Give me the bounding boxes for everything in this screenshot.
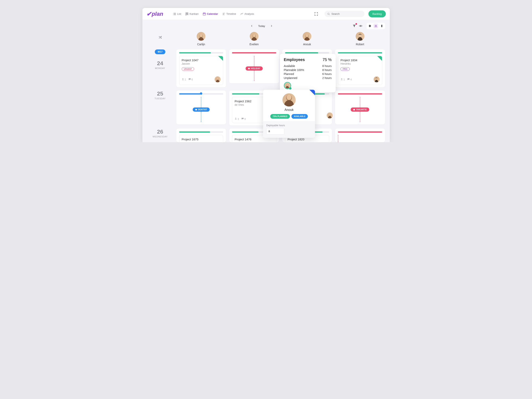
view-segment xyxy=(367,23,385,29)
svg-rect-30 xyxy=(354,109,355,109)
avatar xyxy=(282,93,296,106)
svg-rect-28 xyxy=(196,109,196,109)
seg-puzzle-icon[interactable] xyxy=(367,24,372,28)
popover-percent: 75 % xyxy=(323,57,332,62)
tab-list[interactable]: List xyxy=(173,12,181,15)
comment-count: 4 xyxy=(347,78,352,81)
suitcase-icon xyxy=(248,67,250,69)
attachment-count: 1 xyxy=(182,78,186,81)
svg-rect-27 xyxy=(195,109,197,110)
deployable-input[interactable] xyxy=(266,128,284,135)
capacity-bar xyxy=(179,52,223,53)
popover-avatar[interactable] xyxy=(284,82,291,89)
lane-carlijn-tue[interactable]: DENTIST xyxy=(176,91,226,125)
lane-carlijn-mon[interactable]: Project 1047 Janzen URGENT 1 6 xyxy=(176,50,226,87)
svg-rect-4 xyxy=(174,13,176,13)
svg-rect-12 xyxy=(203,13,205,15)
fullscreen-icon[interactable] xyxy=(315,12,318,16)
vakantie-marker[interactable]: VAKANTIE xyxy=(351,107,369,112)
tag-urgent: URGENT xyxy=(182,67,194,71)
lane-robert-mon[interactable]: Project 1834 Hendriks PRIO 1 4 xyxy=(335,50,385,87)
card-corner-icon xyxy=(309,90,315,95)
employee-header[interactable]: Robert xyxy=(335,32,385,46)
pill-available: AVAILABLE xyxy=(291,114,308,119)
card-project-1675[interactable]: Project 1675 xyxy=(179,135,223,142)
lane-evelien-mon[interactable]: HOLIDAY xyxy=(229,50,279,83)
avatar xyxy=(303,32,311,41)
svg-point-22 xyxy=(375,25,376,26)
suitcase-icon xyxy=(195,108,197,111)
tab-analysis[interactable]: Analysis xyxy=(240,12,254,15)
attachment-count: 3 xyxy=(234,118,239,120)
list-icon xyxy=(173,12,176,15)
progress-handle[interactable] xyxy=(200,92,202,95)
view-tabs: List Kanban Calendar Timeline Analysis xyxy=(173,12,254,15)
employee-detail-card: Anouk 75% PLANNED AVAILABLE Deployable h… xyxy=(263,90,315,138)
assignee-avatar xyxy=(215,76,221,82)
timeline-icon xyxy=(222,12,225,15)
day-number: 24 xyxy=(147,60,173,67)
svg-rect-6 xyxy=(174,14,176,14)
holiday-marker[interactable]: HOLIDAY xyxy=(246,66,263,71)
comment-count: 8 xyxy=(241,118,246,120)
svg-rect-5 xyxy=(173,14,174,14)
backlog-button[interactable]: Backlog xyxy=(368,10,386,17)
employee-header[interactable]: Anouk xyxy=(282,32,332,46)
pill-planned: 75% PLANNED xyxy=(270,114,290,119)
capacity-bar xyxy=(179,131,223,133)
deployable-label: Deployable hours xyxy=(266,124,312,127)
prev-button[interactable] xyxy=(250,24,254,28)
capacity-bar xyxy=(338,131,382,133)
svg-point-21 xyxy=(360,25,361,26)
seg-resource-icon[interactable] xyxy=(380,24,384,28)
eye-icon[interactable] xyxy=(359,24,363,28)
avatar xyxy=(250,32,259,41)
attachment-count: 1 xyxy=(341,78,345,81)
analysis-icon xyxy=(240,12,243,15)
filter-icon[interactable] xyxy=(352,24,356,28)
next-button[interactable] xyxy=(270,24,273,28)
tab-calendar[interactable]: Calendar xyxy=(203,12,218,15)
suitcase-icon xyxy=(353,108,355,111)
lane-carlijn-wed[interactable]: Project 1675 xyxy=(176,129,226,142)
employees-popover: Employees 75 % Available8 hours Plannabl… xyxy=(280,54,336,92)
shuffle-icon[interactable] xyxy=(147,32,173,39)
today-label[interactable]: Today xyxy=(258,25,265,27)
card-project-1834[interactable]: Project 1834 Hendriks PRIO 1 4 xyxy=(338,56,382,85)
capacity-bar xyxy=(285,52,329,53)
status-dot-icon xyxy=(289,87,291,89)
employee-header[interactable]: Carlijn xyxy=(176,32,226,46)
seg-people-icon[interactable] xyxy=(374,24,378,28)
popover-title: Employees xyxy=(284,57,305,62)
employee-header[interactable]: Evelien xyxy=(229,32,279,46)
brand-logo: ✔plan xyxy=(146,10,163,17)
tab-kanban[interactable]: Kanban xyxy=(185,12,198,15)
svg-rect-29 xyxy=(353,109,355,110)
day-name: MONDAY xyxy=(147,67,173,69)
svg-point-19 xyxy=(328,13,329,15)
calendar-icon xyxy=(203,12,206,15)
card-corner-icon xyxy=(218,56,223,61)
lane-robert-tue[interactable]: VAKANTIE xyxy=(335,91,385,125)
capacity-bar xyxy=(338,93,382,94)
lane-evelien-tue[interactable]: Project 1562 de Vries 3 8 Anouk 75% PLAN… xyxy=(229,91,279,125)
search-input[interactable] xyxy=(331,12,362,15)
dentist-marker[interactable]: DENTIST xyxy=(193,107,210,112)
svg-rect-10 xyxy=(187,12,188,14)
avatar xyxy=(197,32,205,41)
svg-rect-8 xyxy=(174,15,176,15)
lane-robert-wed[interactable] xyxy=(335,129,385,142)
kanban-icon xyxy=(185,12,188,15)
top-bar: ✔plan List Kanban Calendar Timeline Anal… xyxy=(142,8,390,20)
week-badge: W17 xyxy=(155,50,165,54)
employee-card-name: Anouk xyxy=(267,108,311,112)
svg-rect-26 xyxy=(248,68,249,68)
capacity-bar xyxy=(338,52,382,53)
card-project-1047[interactable]: Project 1047 Janzen URGENT 1 6 xyxy=(179,56,223,85)
lane-anouk-mon[interactable]: Employees 75 % Available8 hours Plannabl… xyxy=(282,50,332,83)
assignee-avatar xyxy=(374,76,380,82)
svg-rect-9 xyxy=(186,12,186,15)
tag-prio: PRIO xyxy=(341,67,350,71)
search-box[interactable] xyxy=(324,11,364,17)
tab-timeline[interactable]: Timeline xyxy=(222,12,236,15)
